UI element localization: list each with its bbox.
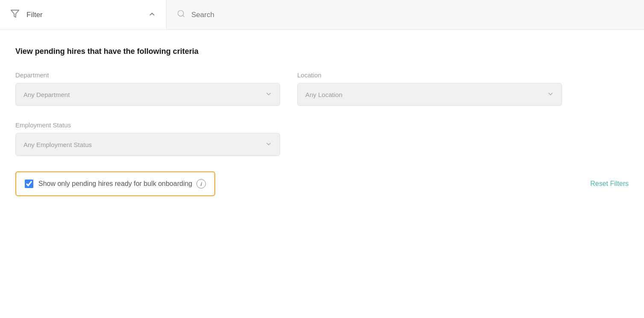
main-content: View pending hires that have the followi… [0,30,644,213]
chevron-up-icon[interactable] [148,10,156,20]
department-label: Department [15,71,280,79]
location-label: Location [297,71,562,79]
bulk-onboarding-label: Show only pending hires ready for bulk o… [38,179,206,188]
bottom-row: Show only pending hires ready for bulk o… [15,171,629,196]
svg-marker-0 [11,10,19,18]
department-location-row: Department Any Department Location Any L… [15,71,629,106]
employment-status-row: Employment Status Any Employment Status [15,121,629,156]
department-group: Department Any Department [15,71,280,106]
location-dropdown-icon [547,91,554,99]
svg-line-2 [183,15,184,17]
employment-status-label: Employment Status [15,121,280,129]
location-group: Location Any Location [297,71,562,106]
employment-status-group: Employment Status Any Employment Status [15,121,280,156]
department-dropdown-icon [265,91,272,99]
employment-status-dropdown-icon [265,141,272,149]
top-bar: Filter [0,0,644,30]
filter-label: Filter [26,11,43,19]
location-select[interactable]: Any Location [297,83,562,106]
search-icon [177,9,185,20]
info-icon[interactable]: i [196,179,206,188]
bulk-onboarding-checkbox-container: Show only pending hires ready for bulk o… [15,171,215,196]
employment-status-value: Any Employment Status [23,141,92,148]
department-value: Any Department [23,91,70,98]
search-input[interactable] [191,11,634,19]
filter-icon [10,9,20,21]
search-section [167,0,644,29]
employment-status-select[interactable]: Any Employment Status [15,133,280,156]
section-title: View pending hires that have the followi… [15,47,629,56]
bulk-onboarding-checkbox[interactable] [25,180,33,188]
reset-filters-button[interactable]: Reset Filters [590,180,629,188]
filter-section: Filter [0,0,167,29]
location-value: Any Location [305,91,342,98]
department-select[interactable]: Any Department [15,83,280,106]
